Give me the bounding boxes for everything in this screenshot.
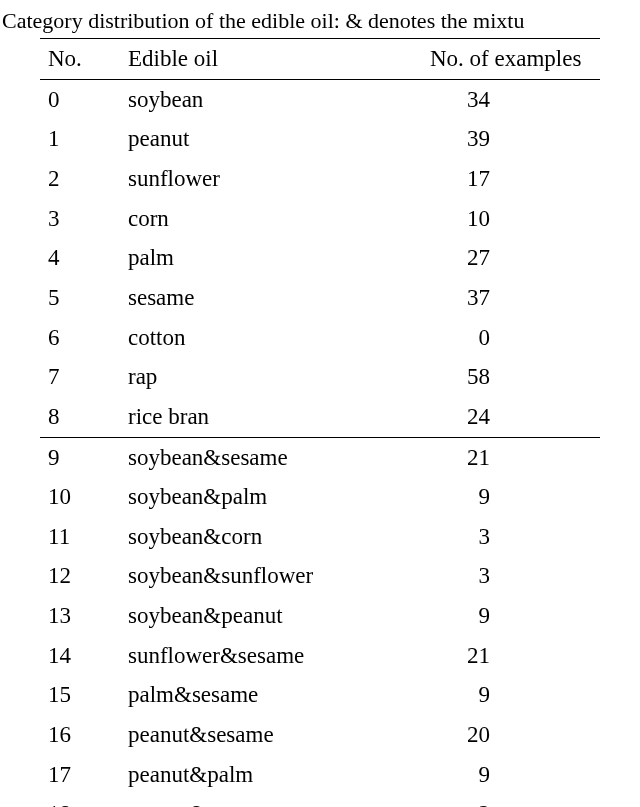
cell-count: 10 [400,199,600,239]
cell-count: 9 [400,755,600,795]
cell-name: cotton [120,318,400,358]
cell-count: 27 [400,238,600,278]
cell-count: 20 [400,715,600,755]
table-header-row: No. Edible oil No. of examples [40,39,600,80]
cell-name: soybean&sesame [120,437,400,477]
cell-name: peanut&palm [120,755,400,795]
edible-oil-table: No. Edible oil No. of examples 0soybean3… [40,38,600,807]
cell-name: rap [120,357,400,397]
col-header-name: Edible oil [120,39,400,80]
table-row: 12soybean&sunflower3 [40,556,600,596]
cell-count: 9 [400,596,600,636]
cell-count: 3 [400,556,600,596]
cell-name: sunflower&sesame [120,636,400,676]
cell-name: peanut&corn [120,794,400,807]
cell-no: 2 [40,159,120,199]
cell-count: 39 [400,119,600,159]
table-caption: Category distribution of the edible oil:… [0,4,640,38]
cell-count: 17 [400,159,600,199]
cell-name: soybean [120,79,400,119]
cell-count: 9 [400,675,600,715]
cell-count: 37 [400,278,600,318]
cell-count: 58 [400,357,600,397]
table-row: 10soybean&palm9 [40,477,600,517]
cell-no: 5 [40,278,120,318]
cell-count: 24 [400,397,600,437]
cell-no: 13 [40,596,120,636]
cell-no: 9 [40,437,120,477]
cell-count: 21 [400,636,600,676]
cell-name: corn [120,199,400,239]
table-row: 3corn10 [40,199,600,239]
cell-no: 18 [40,794,120,807]
cell-name: peanut [120,119,400,159]
col-header-count: No. of examples [400,39,600,80]
cell-name: sunflower [120,159,400,199]
table-row: 18peanut&corn2 [40,794,600,807]
table-row: 2sunflower17 [40,159,600,199]
cell-name: sesame [120,278,400,318]
cell-no: 17 [40,755,120,795]
table-row: 13soybean&peanut9 [40,596,600,636]
cell-no: 14 [40,636,120,676]
table-row: 15palm&sesame9 [40,675,600,715]
table-row: 6cotton0 [40,318,600,358]
cell-name: peanut&sesame [120,715,400,755]
table-row: 1peanut39 [40,119,600,159]
cell-name: palm&sesame [120,675,400,715]
cell-no: 0 [40,79,120,119]
table-row: 8rice bran24 [40,397,600,437]
cell-name: rice bran [120,397,400,437]
cell-name: soybean&peanut [120,596,400,636]
cell-count: 2 [400,794,600,807]
table-row: 0soybean34 [40,79,600,119]
cell-count: 0 [400,318,600,358]
cell-no: 15 [40,675,120,715]
cell-no: 7 [40,357,120,397]
cell-no: 16 [40,715,120,755]
cell-count: 3 [400,517,600,557]
cell-no: 4 [40,238,120,278]
table-row: 7rap58 [40,357,600,397]
cell-no: 11 [40,517,120,557]
cell-no: 1 [40,119,120,159]
cell-count: 21 [400,437,600,477]
table-row: 11soybean&corn3 [40,517,600,557]
table-row: 9soybean&sesame21 [40,437,600,477]
col-header-no: No. [40,39,120,80]
cell-no: 3 [40,199,120,239]
cell-count: 9 [400,477,600,517]
cell-no: 8 [40,397,120,437]
cell-name: soybean&corn [120,517,400,557]
cell-count: 34 [400,79,600,119]
table-row: 16peanut&sesame20 [40,715,600,755]
table-row: 14sunflower&sesame21 [40,636,600,676]
cell-no: 12 [40,556,120,596]
cell-name: soybean&sunflower [120,556,400,596]
cell-no: 6 [40,318,120,358]
table-row: 5sesame37 [40,278,600,318]
cell-name: palm [120,238,400,278]
cell-no: 10 [40,477,120,517]
table-row: 4palm27 [40,238,600,278]
cell-name: soybean&palm [120,477,400,517]
table-row: 17peanut&palm9 [40,755,600,795]
